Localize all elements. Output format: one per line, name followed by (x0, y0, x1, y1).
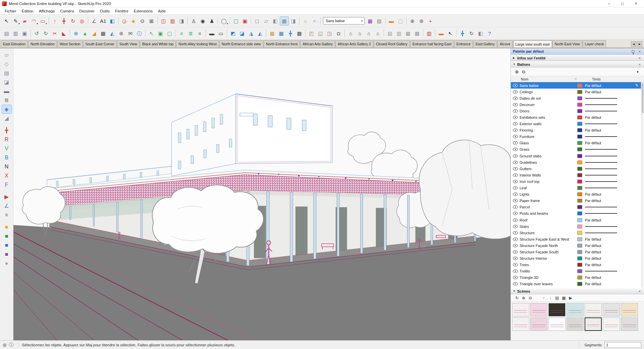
box-corner1-button[interactable]: ◰ (307, 29, 316, 38)
scene-list-view-button[interactable]: ▤ (554, 295, 560, 301)
scene-thumbnail[interactable] (585, 317, 602, 331)
tag-color-swatch[interactable] (577, 173, 582, 177)
scene-tab-south-east-corner[interactable]: South East Corner (83, 40, 117, 47)
tag-row[interactable]: Triangle 3D Par défaut ✎ (511, 275, 644, 281)
visibility-eye-icon[interactable] (511, 269, 520, 273)
checker-button[interactable]: ▦ (99, 29, 108, 38)
section-display-tool[interactable]: ▥ (168, 16, 177, 26)
edit-pencil-icon[interactable]: ✎ (635, 83, 641, 88)
menu-dessiner[interactable]: Dessiner (76, 8, 97, 14)
tag-row[interactable]: Exterior walls ✎ (511, 121, 644, 127)
mail-close-button[interactable]: ✉ (126, 29, 135, 38)
scene-thumbnail[interactable] (567, 317, 584, 331)
scene-tab-south-view[interactable]: South View (117, 40, 140, 47)
tool-n[interactable]: N (2, 162, 12, 171)
tag-color-swatch[interactable] (577, 115, 582, 119)
tool-b[interactable]: B (2, 153, 12, 162)
visibility-eye-icon[interactable] (511, 257, 520, 260)
doc-edit-button[interactable]: ▤ (2, 29, 11, 38)
scene-tab-west-section[interactable]: West Section (57, 40, 83, 47)
paint-bucket-tool[interactable]: ◧ (108, 16, 117, 26)
tag-color-swatch[interactable] (577, 90, 582, 94)
visibility-eye-icon[interactable] (511, 135, 520, 138)
gear-button[interactable]: ⊛ (117, 29, 126, 38)
info-button[interactable]: ⓘ (135, 29, 144, 38)
back-edges-style-button[interactable]: ▣ (240, 16, 250, 26)
sphere-gray-tool[interactable]: ● (2, 259, 12, 268)
axes-tool[interactable]: ╋ (2, 126, 12, 135)
tag-dashes-cell[interactable]: Par défaut (585, 263, 635, 267)
grid-3d-button[interactable]: ▩ (295, 29, 304, 38)
roller-orange-button[interactable]: ▬ (437, 29, 446, 38)
paint-roller-button[interactable]: ▬ (387, 16, 396, 26)
scene-tab-entrance-hall-facing-east[interactable]: Entrance hall facing East (410, 40, 454, 47)
tag-dashes-cell[interactable] (585, 123, 635, 124)
tag-dashes-cell[interactable]: Par défaut (585, 256, 635, 260)
scene-tab-east-gallery[interactable]: East Gallery (473, 40, 497, 47)
grid-blue-button[interactable]: ▦ (277, 29, 286, 38)
active-tag-combobox[interactable]: Sans balise (323, 17, 365, 24)
diag-box3-button[interactable]: ◮ (247, 29, 256, 38)
tag-color-swatch[interactable] (577, 122, 582, 126)
scene-tab-north-entrance-side-view[interactable]: North Entrance side view (219, 40, 263, 47)
scene-thumb-view-button[interactable]: ▦ (560, 295, 567, 301)
tool-x[interactable]: X (2, 171, 12, 180)
scenes-toolbar-icon[interactable] (534, 295, 540, 301)
visibility-eye-icon[interactable] (511, 186, 520, 190)
extension-plus-button[interactable]: + (426, 16, 435, 26)
section-tags[interactable]: ▼ Balises × (511, 61, 644, 67)
tabs-scroll-left-button[interactable]: ◀ (631, 41, 636, 47)
tag-dashes-cell[interactable]: Par défaut (585, 90, 635, 94)
menu-outils[interactable]: Outils (97, 8, 112, 14)
look-around-tool[interactable]: ◉ (198, 16, 207, 26)
visibility-eye-icon[interactable] (511, 161, 520, 164)
eraser-tool[interactable]: ▰ (20, 16, 29, 26)
flag-tool[interactable]: ▶ (2, 192, 12, 201)
tag-dashes-cell[interactable] (585, 181, 635, 182)
scene-down-button[interactable]: ↓ (547, 295, 554, 301)
section-plane-tool[interactable]: ◫ (159, 16, 168, 26)
layers-shape-tool[interactable]: ≣ (2, 96, 12, 105)
tabs-scroll-right-button[interactable]: ▶ (637, 41, 642, 47)
scene-thumbnail[interactable] (603, 303, 620, 316)
fog-toggle[interactable]: ≈ (310, 16, 319, 26)
tag-dashes-cell[interactable] (585, 104, 635, 105)
hidden-line-style-button[interactable]: ▱ (262, 16, 271, 26)
tag-row[interactable]: Structure ✎ (511, 230, 644, 236)
materials-panel-button[interactable]: ▨ (375, 16, 384, 26)
styles-sphere-button[interactable]: ◯ (219, 16, 228, 26)
tag-dashes-cell[interactable] (585, 156, 635, 156)
grid-gold-button[interactable]: ▦ (268, 29, 277, 38)
wireframe-style-button[interactable]: ◻ (253, 16, 262, 26)
tag-color-swatch[interactable] (577, 109, 582, 113)
menu-aide[interactable]: Aide (155, 8, 168, 14)
grid-view1-button[interactable]: ▤ (385, 29, 394, 38)
menu-camera[interactable]: Caméra (57, 8, 76, 14)
menu-fichier[interactable]: Fichier (2, 8, 19, 14)
menu-affichage[interactable]: Affichage (36, 8, 58, 14)
camera-photo-button[interactable]: ◘ (334, 29, 343, 38)
minimize-button[interactable]: – (602, 0, 616, 7)
scene-tab-east-elevation[interactable]: East Elevation (1, 40, 28, 47)
tag-row[interactable]: Sans balise Par défaut ✎ (511, 82, 644, 89)
tag-dashes-cell[interactable]: Par défaut (585, 141, 635, 145)
shape-tool[interactable]: ▭ (38, 16, 47, 26)
tag-row[interactable]: Trees Par défaut ✎ (511, 262, 644, 268)
scene-tab-entrance[interactable]: Entrance (454, 40, 473, 47)
pan-tool[interactable]: ◈ (129, 16, 138, 26)
scene-thumbnail[interactable] (585, 303, 602, 316)
scene-thumbnail[interactable] (548, 317, 566, 331)
scene-thumbnail[interactable] (621, 303, 638, 316)
box-corner3-button[interactable]: ◳ (325, 29, 334, 38)
tag-color-swatch[interactable] (577, 231, 582, 235)
tag-row[interactable]: Exhibitions sets Par défaut ✎ (511, 114, 644, 120)
tag-dashes-cell[interactable]: Par défaut (585, 244, 635, 248)
tag-color-swatch[interactable] (577, 147, 582, 151)
section-entity-info[interactable]: ▶ Infos sur l'entité × (511, 55, 644, 61)
tag-color-swatch[interactable] (577, 205, 582, 209)
cursor-arrow-button[interactable]: ↖ (446, 29, 455, 38)
tag-row[interactable]: Interior Walls ✎ (511, 172, 644, 178)
scene-tab-closed-roof-gallery[interactable]: Closed Roof Gallery (374, 40, 410, 47)
column-header-nom[interactable]: Nom (521, 77, 575, 81)
tag-dashes-cell[interactable] (585, 136, 635, 137)
